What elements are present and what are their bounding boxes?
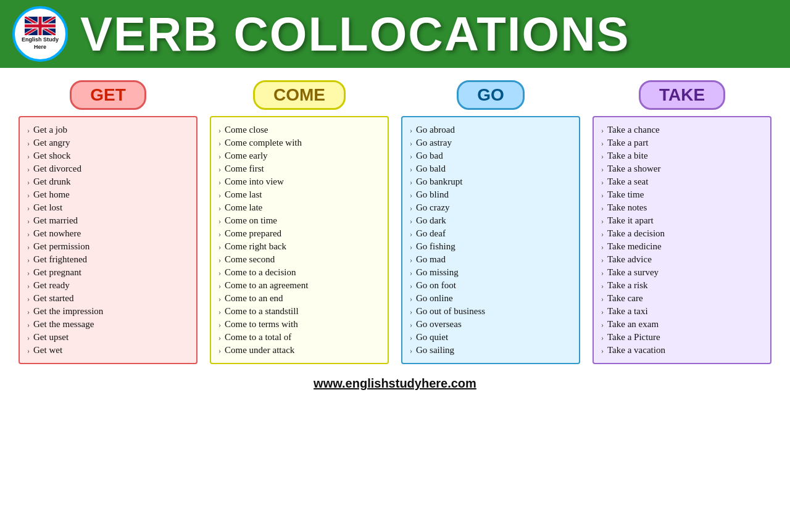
- bullet-icon: ›: [218, 230, 221, 239]
- go-label: GO: [457, 80, 525, 110]
- bullet-icon: ›: [601, 152, 604, 161]
- list-item: ›Get frightened: [27, 253, 191, 266]
- page-title: VERB COLLOCATIONS: [80, 10, 630, 58]
- take-header: TAKE: [592, 80, 771, 110]
- bullet-icon: ›: [410, 126, 412, 135]
- list-item: ›Come last: [218, 188, 383, 201]
- bullet-icon: ›: [218, 217, 221, 226]
- bullet-icon: ›: [410, 191, 412, 200]
- logo-text: English Study Here: [22, 36, 59, 51]
- go-header: GO: [401, 80, 580, 110]
- list-item: ›Come right back: [218, 240, 383, 253]
- bullet-icon: ›: [410, 204, 412, 213]
- list-item: ›Come into view: [218, 175, 383, 188]
- bullet-icon: ›: [218, 256, 221, 265]
- take-label: TAKE: [639, 80, 725, 110]
- list-item: ›Take a Picture: [601, 331, 765, 344]
- list-item: ›Come to a standstill: [218, 305, 383, 318]
- get-column: ›Get a job›Get angry›Get shock›Get divor…: [19, 116, 198, 364]
- bullet-icon: ›: [410, 217, 412, 226]
- come-column: ›Come close›Come complete with›Come earl…: [210, 116, 389, 364]
- bullet-icon: ›: [410, 320, 412, 330]
- list-item: ›Come to a total of: [218, 331, 383, 344]
- bullet-icon: ›: [601, 320, 604, 330]
- list-item: ›Take advice: [601, 253, 765, 266]
- bullet-icon: ›: [601, 333, 604, 343]
- bullet-icon: ›: [601, 178, 604, 187]
- take-column: ›Take a chance›Take a part›Take a bite›T…: [592, 116, 771, 364]
- list-item: ›Go overseas: [410, 318, 574, 331]
- list-item: ›Come to an agreement: [218, 279, 383, 292]
- bullet-icon: ›: [601, 139, 604, 148]
- bullet-icon: ›: [27, 139, 30, 148]
- bullet-icon: ›: [410, 307, 412, 317]
- bullet-icon: ›: [27, 307, 30, 317]
- list-item: ›Go fishing: [410, 240, 574, 253]
- bullet-icon: ›: [410, 243, 412, 252]
- bullet-icon: ›: [601, 294, 604, 304]
- list-item: ›Take it apart: [601, 214, 765, 227]
- list-item: ›Go blind: [410, 188, 574, 201]
- bullet-icon: ›: [218, 294, 221, 304]
- list-item: ›Go bald: [410, 162, 574, 175]
- bullet-icon: ›: [601, 204, 604, 213]
- bullet-icon: ›: [218, 281, 221, 291]
- list-item: ›Come under attack: [218, 344, 383, 357]
- bullet-icon: ›: [27, 178, 30, 187]
- bullet-icon: ›: [27, 333, 30, 343]
- list-item: ›Take a part: [601, 136, 765, 149]
- list-item: ›Get divorced: [27, 162, 191, 175]
- bullet-icon: ›: [601, 346, 604, 355]
- list-item: ›Take a bite: [601, 149, 765, 162]
- list-item: ›Get lost: [27, 201, 191, 214]
- list-item: ›Get angry: [27, 136, 191, 149]
- bullet-icon: ›: [218, 320, 221, 330]
- bullet-icon: ›: [601, 281, 604, 291]
- bullet-icon: ›: [410, 346, 412, 355]
- list-item: ›Go bankrupt: [410, 175, 574, 188]
- list-item: ›Go crazy: [410, 201, 574, 214]
- website-url: www.englishstudyhere.com: [314, 376, 476, 390]
- list-item: ›Come second: [218, 253, 383, 266]
- bullet-icon: ›: [218, 165, 221, 174]
- list-item: ›Take medicine: [601, 240, 765, 253]
- list-item: ›Go bad: [410, 149, 574, 162]
- bullet-icon: ›: [218, 126, 221, 135]
- list-item: ›Go deaf: [410, 227, 574, 240]
- list-item: ›Go sailing: [410, 344, 574, 357]
- get-label: GET: [70, 80, 146, 110]
- list-item: ›Get shock: [27, 149, 191, 162]
- main-content: GET COME GO TAKE ›Get a job›Get angry›Ge…: [0, 68, 790, 403]
- bullet-icon: ›: [27, 243, 30, 252]
- list-item: ›Come early: [218, 149, 383, 162]
- list-item: ›Get married: [27, 214, 191, 227]
- list-item: ›Get home: [27, 188, 191, 201]
- bullet-icon: ›: [218, 307, 221, 317]
- list-item: ›Take notes: [601, 201, 765, 214]
- bullet-icon: ›: [27, 204, 30, 213]
- list-item: ›Come to a decision: [218, 266, 383, 279]
- list-item: ›Take a taxi: [601, 305, 765, 318]
- bullet-icon: ›: [27, 230, 30, 239]
- list-item: ›Get the message: [27, 318, 191, 331]
- bullet-icon: ›: [27, 217, 30, 226]
- bullet-icon: ›: [601, 217, 604, 226]
- bullet-icon: ›: [218, 333, 221, 343]
- uk-flag-icon: [25, 17, 56, 35]
- list-item: ›Go dark: [410, 214, 574, 227]
- bullet-icon: ›: [601, 256, 604, 265]
- list-item: ›Come first: [218, 162, 383, 175]
- list-item: ›Go missing: [410, 266, 574, 279]
- bullet-icon: ›: [27, 294, 30, 304]
- list-item: ›Take time: [601, 188, 765, 201]
- bullet-icon: ›: [218, 346, 221, 355]
- bullet-icon: ›: [410, 178, 412, 187]
- list-item: ›Take a decision: [601, 227, 765, 240]
- list-item: ›Go abroad: [410, 123, 574, 136]
- list-item: ›Go online: [410, 292, 574, 305]
- bullet-icon: ›: [601, 230, 604, 239]
- bullet-icon: ›: [601, 243, 604, 252]
- bullet-icon: ›: [601, 126, 604, 135]
- list-item: ›Go quiet: [410, 331, 574, 344]
- bullet-icon: ›: [27, 256, 30, 265]
